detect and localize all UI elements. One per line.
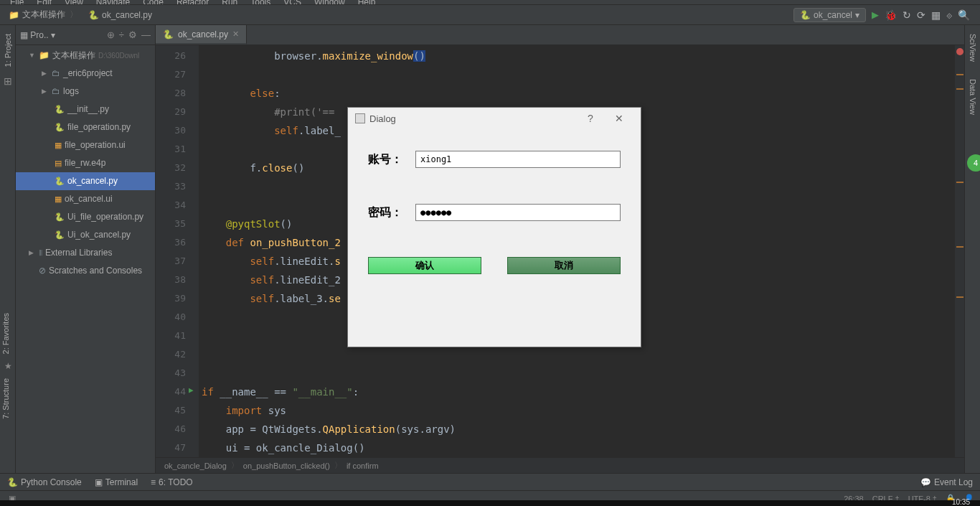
menu-edit[interactable]: Edit	[31, 0, 57, 5]
tree-file[interactable]: 🐍file_operation.py	[16, 118, 155, 136]
menu-navigate[interactable]: Navigate	[90, 0, 136, 5]
external-libraries[interactable]: ▶⫴External Libraries	[16, 244, 155, 262]
username-input[interactable]	[415, 151, 621, 168]
sciview-tab[interactable]: SciView	[967, 28, 979, 67]
password-input[interactable]	[415, 204, 621, 221]
favorites-tab[interactable]: 2: Favorites	[0, 309, 11, 358]
run-button[interactable]: ▶	[872, 9, 879, 20]
navbar: 📁 文本框操作 〉 🐍 ok_cancel.py 🐍 ok_cancel ▾ ▶…	[0, 5, 980, 25]
menu-tools[interactable]: Tools	[245, 0, 276, 5]
close-icon[interactable]: ✕	[605, 113, 633, 124]
terminal-tab[interactable]: ▣Terminal	[95, 477, 138, 487]
event-log-tab[interactable]: 💬Event Log	[920, 477, 973, 487]
dialog-title: Dialog	[369, 113, 396, 124]
password-label: 密码：	[368, 205, 415, 220]
left-stripe-lower: 2: Favorites ★ 7: Structure	[0, 309, 16, 423]
tree-file[interactable]: 🐍Ui_file_operation.py	[16, 208, 155, 226]
login-dialog: Dialog ? ✕ 账号： 密码： 确认 取消	[347, 107, 641, 347]
update-button[interactable]: ⟐	[946, 9, 952, 21]
tree-file-selected[interactable]: 🐍ok_cancel.py	[16, 172, 155, 190]
menu-refactor[interactable]: Refactor	[171, 0, 215, 5]
app-icon	[355, 113, 365, 123]
menu-help[interactable]: Help	[352, 0, 382, 5]
tree-folder[interactable]: ▶🗀_eric6project	[16, 65, 155, 83]
right-tool-stripe: SciView Data View 4	[964, 25, 980, 473]
stop-button[interactable]: ▦	[931, 9, 941, 21]
editor-tabs: 🐍 ok_cancel.py ✕	[156, 25, 964, 45]
bottom-tool-bar: 🐍Python Console ▣Terminal ≡6: TODO 💬Even…	[0, 473, 980, 490]
data-view-tab[interactable]: Data View	[967, 73, 979, 121]
menu-run[interactable]: Run	[216, 0, 243, 5]
dialog-title-bar[interactable]: Dialog ? ✕	[348, 108, 641, 129]
hide-icon[interactable]: —	[141, 29, 151, 40]
crumb-class[interactable]: ok_cancle_Dialog	[164, 462, 227, 470]
clock: 10:35	[952, 498, 970, 506]
tree-file[interactable]: ▤file_rw.e4p	[16, 154, 155, 172]
collapse-icon[interactable]: ÷	[119, 29, 124, 40]
notification-badge[interactable]: 4	[967, 154, 980, 172]
structure-tab[interactable]: 7: Structure	[0, 374, 11, 423]
project-sidebar: ▦ Pro.. ▾ ⊕ ÷ ⚙ — ▼📁 文本框操作 D:\360Downl ▶…	[16, 25, 156, 473]
menu-window[interactable]: Window	[308, 0, 351, 5]
menubar: File Edit View Navigate Code Refactor Ru…	[0, 0, 980, 5]
bubble-icon: 💬	[920, 477, 931, 487]
menu-view[interactable]: View	[59, 0, 89, 5]
python-icon: 🐍	[800, 10, 811, 20]
chevron-down-icon: ▾	[855, 10, 859, 20]
gear-icon[interactable]: ⚙	[128, 29, 137, 40]
terminal-icon: ▣	[95, 477, 103, 487]
error-indicator-icon[interactable]	[956, 48, 963, 55]
close-tab-icon[interactable]: ✕	[232, 29, 239, 39]
breadcrumb-file[interactable]: 🐍 ok_cancel.py	[84, 10, 156, 20]
star-icon: ★	[0, 361, 16, 371]
crumb-block[interactable]: if confirm	[347, 462, 379, 470]
coverage-button[interactable]: ↻	[903, 9, 911, 21]
tree-folder[interactable]: ▶🗀logs	[16, 83, 155, 100]
todo-tab[interactable]: ≡6: TODO	[151, 477, 193, 487]
menu-code[interactable]: Code	[137, 0, 169, 5]
crumb-method[interactable]: on_pushButton_clicked()	[243, 462, 330, 470]
project-tree: ▼📁 文本框操作 D:\360Downl ▶🗀_eric6project ▶🗀l…	[16, 45, 155, 473]
menu-file[interactable]: File	[4, 0, 29, 5]
python-file-icon: 🐍	[163, 29, 174, 39]
todo-icon: ≡	[151, 477, 156, 487]
python-icon: 🐍	[7, 477, 18, 487]
project-tool-tab[interactable]: 1: Project	[2, 28, 14, 72]
profile-button[interactable]: ⟳	[917, 9, 925, 21]
cancel-button[interactable]: 取消	[507, 257, 621, 274]
run-config-selector[interactable]: 🐍 ok_cancel ▾	[793, 8, 866, 22]
debug-button[interactable]: 🐞	[885, 9, 897, 21]
target-icon[interactable]: ⊕	[107, 29, 115, 40]
tree-file[interactable]: ▦ok_cancel.ui	[16, 190, 155, 208]
breadcrumb-root[interactable]: 📁 文本框操作 〉	[4, 9, 84, 21]
windows-taskbar: 10:35	[0, 500, 980, 506]
help-icon[interactable]: ?	[576, 113, 605, 124]
error-stripe	[954, 45, 964, 457]
editor-tab[interactable]: 🐍 ok_cancel.py ✕	[156, 25, 247, 44]
python-console-tab[interactable]: 🐍Python Console	[7, 477, 82, 487]
search-button[interactable]: 🔍	[958, 9, 970, 21]
tree-file[interactable]: 🐍__init__.py	[16, 100, 155, 118]
ok-button[interactable]: 确认	[368, 257, 481, 274]
tree-file[interactable]: 🐍Ui_ok_cancel.py	[16, 226, 155, 244]
structure-tool-tab[interactable]: ⊞	[4, 75, 12, 87]
username-label: 账号：	[368, 152, 415, 167]
project-root[interactable]: ▼📁 文本框操作 D:\360Downl	[16, 47, 155, 65]
python-file-icon: 🐍	[88, 10, 99, 20]
code-breadcrumb: ok_cancle_Dialog 〉 on_pushButton_clicked…	[156, 457, 964, 473]
menu-vcs[interactable]: VCS	[278, 0, 307, 5]
folder-icon: 📁	[9, 10, 19, 20]
project-dropdown[interactable]: ▦ Pro.. ▾	[20, 30, 55, 40]
tree-file[interactable]: ▦file_operation.ui	[16, 136, 155, 154]
scratches[interactable]: ⊘Scratches and Consoles	[16, 262, 155, 280]
